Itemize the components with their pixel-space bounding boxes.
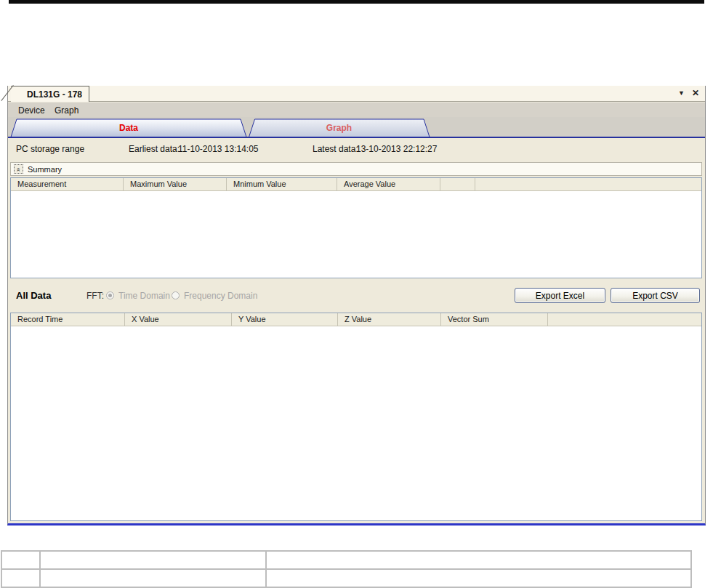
storage-range-label: PC storage range [16,144,84,154]
export-excel-button[interactable]: Export Excel [515,288,605,303]
table-cell [267,552,692,570]
time-domain-radio[interactable] [106,291,114,299]
summary-collapse-bar: » Summary [10,162,702,176]
close-icon[interactable]: ✕ [692,88,699,98]
table-cell [41,570,267,588]
table-cell [2,570,41,588]
summary-col-maximum[interactable]: Maximum Value [124,178,227,190]
top-rule [9,0,704,4]
all-data-table: Record Time X Value Y Value Z Value Vect… [10,313,702,521]
chevron-double-up-icon: » [15,168,23,172]
window-tab-strip: DL131G - 178 ▼ ✕ [8,86,705,102]
menu-item-graph[interactable]: Graph [52,105,81,116]
latest-data-value: 13-10-2013 22:12:27 [356,144,437,154]
summary-header-row: Measurement Maximum Value Mnimum Value A… [11,178,701,191]
tab-list-dropdown-icon[interactable]: ▼ [678,89,685,97]
tab-data[interactable]: Data [11,123,246,133]
summary-title: Summary [28,165,62,174]
alldata-col-z-value[interactable]: Z Value [338,313,441,326]
menu-bar: Device Graph [8,102,705,117]
window-tab-title: DL131G - 178 [27,89,82,100]
all-data-header-row: Record Time X Value Y Value Z Value Vect… [11,313,701,326]
pc-storage-range-row: PC storage range Earliest data: 11-10-20… [8,144,705,156]
summary-header-filler [475,178,701,190]
time-domain-label: Time Domain [118,291,170,301]
tab-graph[interactable]: Graph [249,123,430,133]
alldata-col-y-value[interactable]: Y Value [232,313,338,326]
table-cell [41,552,267,570]
content-area: PC storage range Earliest data: 11-10-20… [8,138,705,523]
export-csv-button[interactable]: Export CSV [611,288,700,303]
alldata-col-record-time[interactable]: Record Time [11,313,125,326]
table-cell [267,570,692,588]
summary-col-average[interactable]: Average Value [337,178,440,190]
alldata-header-filler [548,313,701,326]
alldata-col-vector-sum[interactable]: Vector Sum [441,313,548,326]
fft-label: FFT: [86,291,104,301]
summary-col-blank [440,178,475,190]
all-data-control-row: All Data FFT: Time Domain Frequency Doma… [8,286,705,307]
summary-col-measurement[interactable]: Measurement [11,178,124,190]
window-tab[interactable]: DL131G - 178 [11,86,89,102]
collapse-summary-button[interactable]: » [14,164,23,174]
table-cell [2,552,41,570]
bottom-document-table [1,550,692,588]
earliest-data-label: Earliest data: [129,144,180,154]
alldata-col-x-value[interactable]: X Value [125,313,232,326]
latest-data-label: Latest data: [313,144,358,154]
menu-item-device[interactable]: Device [15,105,48,116]
app-window: DL131G - 178 ▼ ✕ Device Graph Data Graph [7,86,706,525]
earliest-data-value: 11-10-2013 13:14:05 [178,144,259,154]
frequency-domain-radio[interactable] [172,291,180,299]
frequency-domain-label: Frequency Domain [184,291,257,301]
all-data-title: All Data [16,290,51,301]
tab-control: Data Graph [8,117,705,138]
summary-col-minimum[interactable]: Mnimum Value [227,178,337,190]
summary-table: Measurement Maximum Value Mnimum Value A… [10,177,702,278]
